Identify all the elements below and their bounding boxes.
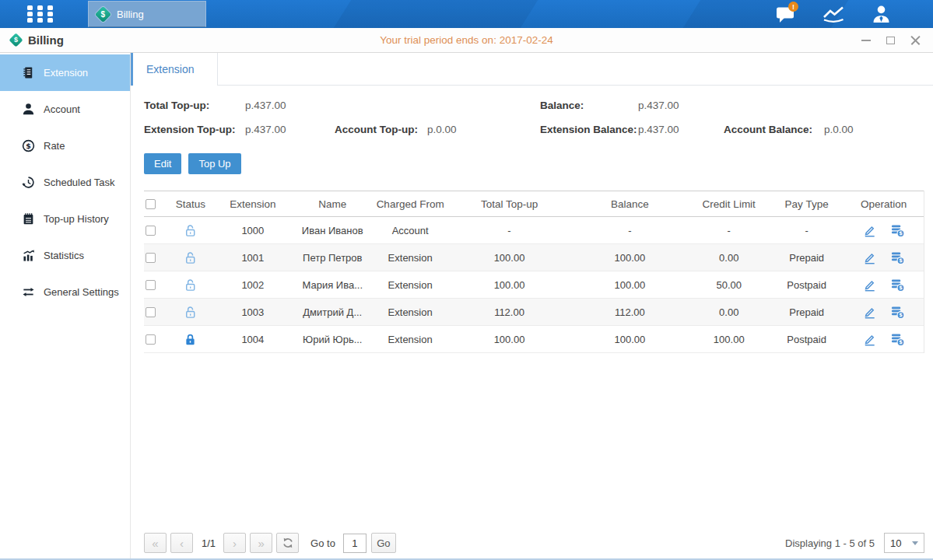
sidebar-item-rate[interactable]: $ Rate: [0, 128, 130, 164]
name-cell: Петр Петров: [292, 252, 374, 264]
prev-page-button[interactable]: ‹: [170, 533, 193, 553]
chevron-down-icon: [912, 541, 918, 545]
first-page-icon: «: [152, 537, 158, 550]
extension-topup-value: p.437.00: [245, 117, 286, 142]
total-topup-cell: -: [447, 225, 572, 236]
top-up-icon[interactable]: $: [890, 223, 905, 238]
table-row[interactable]: 1000 Иван Иванов Account - - - - $: [144, 217, 924, 244]
extension-cell: 1003: [214, 306, 292, 318]
next-page-icon: ›: [233, 537, 237, 550]
extension-icon: [22, 66, 35, 79]
edit-icon[interactable]: [862, 305, 877, 320]
extension-balance-label: Extension Balance:: [540, 117, 637, 142]
status-cell[interactable]: [167, 250, 214, 265]
balance-cell: 112.00: [571, 306, 688, 318]
table-row[interactable]: 1002 Мария Ива... Extension 100.00 100.0…: [144, 271, 924, 299]
page-size-select[interactable]: 10: [884, 533, 924, 553]
name-cell: Юрий Юрь...: [292, 334, 374, 345]
edit-icon[interactable]: [862, 250, 877, 265]
sidebar-item-general-settings[interactable]: General Settings: [0, 274, 130, 310]
scheduled-task-icon: [22, 176, 35, 189]
row-checkbox[interactable]: [146, 307, 156, 317]
lock-open-icon: [183, 278, 198, 292]
name-cell: Иван Иванов: [292, 225, 374, 236]
extension-cell: 1001: [214, 252, 292, 264]
row-checkbox[interactable]: [146, 334, 156, 345]
sidebar-item-account[interactable]: Account: [0, 91, 130, 128]
titlebar: $ Billing Your trial period ends on: 201…: [0, 28, 933, 53]
sidebar-item-extension[interactable]: Extension: [0, 54, 130, 91]
balance-cell: 100.00: [571, 252, 688, 264]
sidebar-item-label: Scheduled Task: [44, 177, 115, 188]
tab-strip: Extension: [131, 53, 933, 86]
total-topup-cell: 112.00: [447, 306, 572, 318]
close-icon[interactable]: [910, 35, 921, 45]
edit-icon[interactable]: [862, 278, 877, 292]
sidebar-item-label: Extension: [44, 67, 88, 79]
sidebar-item-label: General Settings: [44, 286, 119, 298]
credit-limit-cell: 0.00: [688, 252, 770, 264]
edit-button[interactable]: Edit: [144, 153, 181, 174]
account-balance-label: Account Balance:: [724, 117, 812, 142]
pagination-bar: « ‹ 1/1 › » Go to Go Displaying 1 - 5 of…: [144, 533, 924, 553]
sidebar-item-scheduled-task[interactable]: Scheduled Task: [0, 164, 130, 201]
user-icon[interactable]: [868, 4, 894, 24]
row-checkbox[interactable]: [146, 253, 156, 263]
first-page-button[interactable]: «: [144, 533, 167, 553]
top-up-icon[interactable]: $: [890, 250, 905, 265]
sidebar-item-statistics[interactable]: Statistics: [0, 237, 130, 274]
row-checkbox[interactable]: [146, 226, 156, 236]
table-row[interactable]: 1001 Петр Петров Extension 100.00 100.00…: [144, 244, 924, 271]
col-extension: Extension: [214, 198, 292, 210]
last-page-button[interactable]: »: [250, 533, 272, 553]
apps-grid-icon[interactable]: [27, 5, 53, 23]
refresh-button[interactable]: [276, 533, 299, 553]
top-up-icon[interactable]: $: [890, 305, 905, 320]
tab-extension[interactable]: Extension: [131, 53, 218, 86]
balance-cell: -: [571, 225, 688, 236]
topbar-decoration: [334, 0, 538, 28]
operation-cell: $: [844, 223, 924, 238]
general-settings-icon: [22, 285, 35, 299]
svg-text:$: $: [899, 285, 903, 291]
svg-text:$: $: [26, 142, 31, 150]
billing-app-window: { "topbar": { "app_tab_label": "Billing"…: [0, 0, 933, 560]
messages-icon[interactable]: !: [773, 4, 799, 24]
balance-cell: 100.00: [571, 279, 688, 291]
go-button[interactable]: Go: [371, 533, 396, 553]
next-page-button[interactable]: ›: [223, 533, 246, 553]
pay-type-cell: Prepaid: [770, 252, 844, 264]
topbar: $ Billing !: [0, 0, 933, 28]
edit-icon[interactable]: [862, 223, 877, 238]
resource-monitor-icon[interactable]: [820, 4, 847, 24]
table-row[interactable]: 1003 Дмитрий Д... Extension 112.00 112.0…: [144, 299, 924, 326]
table-row[interactable]: 1004 Юрий Юрь... Extension 100.00 100.00…: [144, 326, 924, 353]
top-up-icon[interactable]: $: [890, 278, 905, 292]
charged-from-cell: Account: [374, 225, 447, 236]
balance-label: Balance:: [540, 93, 584, 117]
sidebar-item-topup-history[interactable]: Top-up History: [0, 201, 130, 237]
top-up-icon[interactable]: $: [890, 332, 905, 347]
operation-cell: $: [844, 278, 924, 292]
select-all-checkbox[interactable]: [146, 199, 156, 209]
sidebar-item-label: Rate: [44, 140, 65, 152]
topbar-tab-billing[interactable]: $ Billing: [88, 1, 206, 27]
edit-icon[interactable]: [862, 332, 877, 347]
charged-from-cell: Extension: [374, 334, 447, 345]
lock-open-icon: [183, 250, 198, 265]
col-credit-limit: Credit Limit: [688, 198, 770, 210]
status-cell[interactable]: [167, 278, 214, 292]
pay-type-cell: -: [770, 225, 844, 236]
credit-limit-cell: 100.00: [688, 334, 770, 345]
maximize-icon[interactable]: [886, 37, 895, 44]
goto-page-input[interactable]: [343, 534, 367, 553]
account-icon: [22, 103, 35, 116]
row-checkbox[interactable]: [146, 280, 156, 290]
top-up-button[interactable]: Top Up: [188, 153, 240, 174]
status-cell[interactable]: [167, 223, 214, 238]
status-cell[interactable]: [167, 332, 214, 347]
window-controls: [861, 28, 921, 52]
status-cell[interactable]: [167, 305, 214, 320]
charged-from-cell: Extension: [374, 279, 447, 291]
minimize-icon[interactable]: [861, 40, 871, 41]
